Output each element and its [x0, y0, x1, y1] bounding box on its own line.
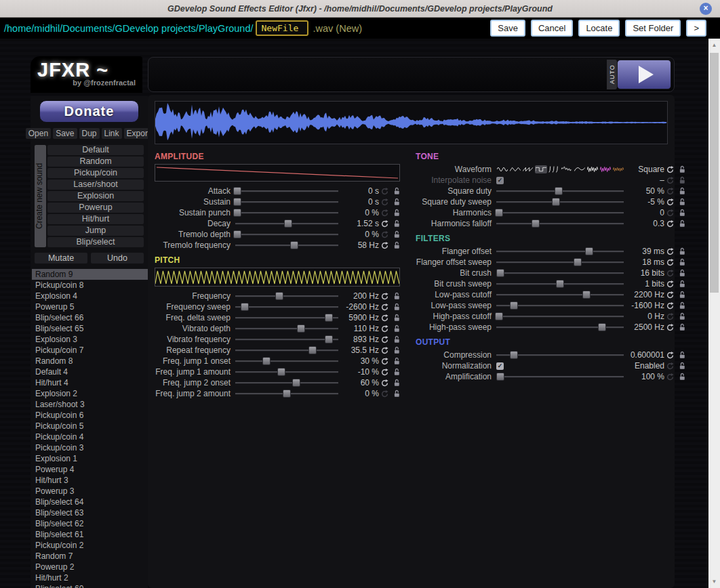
freq-delta-sweep-lock-icon[interactable]: [391, 314, 400, 322]
sustain-punch-reset-icon[interactable]: [379, 209, 391, 217]
preset-button-pickup-coin[interactable]: Pickup/coin: [47, 168, 144, 178]
high-pass-cutoff-lock-icon[interactable]: [676, 312, 685, 320]
low-pass-cutoff-slider-track[interactable]: [496, 290, 624, 299]
flanger-offset-slider-track[interactable]: [496, 247, 624, 256]
interpolate-noise-lock-icon[interactable]: [676, 176, 685, 184]
tangent-wave-icon[interactable]: [548, 165, 560, 173]
repeat-frequency-lock-icon[interactable]: [391, 346, 400, 354]
tremolo-frequency-slider-track[interactable]: [235, 240, 338, 250]
freq-jump-2-onset-slider-handle[interactable]: [292, 379, 300, 387]
compression-slider-handle[interactable]: [510, 351, 518, 359]
repeat-frequency-reset-icon[interactable]: [379, 347, 391, 354]
scrollbar-thumb[interactable]: [710, 53, 719, 293]
sustain-punch-slider-track[interactable]: [235, 208, 338, 217]
low-pass-sweep-slider-track[interactable]: [496, 301, 624, 310]
amplification-reset-icon[interactable]: [664, 373, 676, 381]
undo-button[interactable]: Undo: [91, 253, 144, 264]
freq-jump-2-onset-reset-icon[interactable]: [379, 379, 391, 387]
waveform-lock-icon[interactable]: [676, 165, 685, 173]
bit-crush-slider-track[interactable]: [496, 268, 624, 278]
tremolo-depth-lock-icon[interactable]: [391, 230, 400, 238]
high-pass-sweep-lock-icon[interactable]: [676, 323, 685, 331]
freq-jump-2-onset-lock-icon[interactable]: [391, 379, 400, 387]
tremolo-depth-reset-icon[interactable]: [379, 231, 391, 238]
attack-slider-track[interactable]: [235, 186, 338, 196]
sustain-reset-icon[interactable]: [379, 198, 391, 206]
high-pass-cutoff-slider-handle[interactable]: [495, 312, 503, 320]
sound-list-item[interactable]: Blip/select 62: [32, 518, 148, 529]
save-button[interactable]: Save: [490, 20, 525, 37]
sound-list-item[interactable]: Pickup/coin 7: [32, 345, 148, 356]
tremolo-depth-slider-handle[interactable]: [233, 230, 241, 238]
sound-list-item[interactable]: Hit/hurt 4: [32, 377, 148, 388]
square-duty-sweep-slider-handle[interactable]: [552, 198, 560, 206]
harmonics-reset-icon[interactable]: [664, 209, 676, 217]
sound-list-item[interactable]: Explosion 3: [32, 334, 148, 345]
sound-list-item[interactable]: Blip/select 63: [32, 507, 148, 518]
freq-jump-1-amount-slider-handle[interactable]: [277, 368, 285, 376]
sound-list-item[interactable]: Powerup 4: [32, 464, 148, 475]
sound-list-item[interactable]: Explosion 2: [32, 388, 148, 399]
vibrato-depth-slider-handle[interactable]: [297, 324, 305, 333]
square-duty-reset-icon[interactable]: [664, 188, 676, 195]
normalization-checkbox[interactable]: ✓: [496, 362, 504, 370]
-button[interactable]: >: [686, 20, 706, 37]
frequency-sweep-slider-track[interactable]: [235, 302, 338, 312]
bit-crush-slider-handle[interactable]: [496, 269, 504, 277]
high-pass-cutoff-slider-track[interactable]: [496, 312, 624, 321]
attack-lock-icon[interactable]: [391, 187, 400, 195]
white-noise-wave-icon[interactable]: [586, 165, 599, 173]
preset-button-powerup[interactable]: Powerup: [47, 203, 144, 213]
tremolo-frequency-slider-handle[interactable]: [290, 241, 298, 249]
sound-list-item[interactable]: Powerup 3: [32, 486, 148, 497]
dup-button[interactable]: Dup: [79, 128, 100, 139]
bit-crush-reset-icon[interactable]: [664, 270, 676, 277]
high-pass-sweep-slider-track[interactable]: [496, 322, 624, 332]
window-titlebar[interactable]: GDevelop Sound Effects Editor (Jfxr) - /…: [0, 0, 720, 18]
square-duty-slider-track[interactable]: [496, 186, 624, 196]
freq-jump-2-onset-slider-track[interactable]: [235, 378, 338, 387]
bit-crush-sweep-slider-handle[interactable]: [556, 280, 564, 288]
preset-button-hit-hurt[interactable]: Hit/hurt: [47, 214, 144, 224]
tremolo-depth-slider-track[interactable]: [235, 230, 338, 239]
sound-list-item[interactable]: Pickup/coin 8: [32, 280, 148, 291]
low-pass-cutoff-slider-handle[interactable]: [582, 291, 591, 299]
interpolate-noise-reset-icon[interactable]: [664, 177, 676, 184]
compression-slider-track[interactable]: [496, 350, 624, 360]
bit-crush-sweep-lock-icon[interactable]: [676, 280, 685, 288]
amplification-lock-icon[interactable]: [676, 373, 685, 381]
sound-list-item[interactable]: Blip/select 60: [32, 583, 148, 588]
attack-slider-handle[interactable]: [233, 187, 241, 195]
normalization-reset-icon[interactable]: [664, 362, 676, 370]
sustain-slider-track[interactable]: [235, 197, 338, 207]
pink-noise-wave-icon[interactable]: [599, 165, 612, 173]
sound-list-item[interactable]: Pickup/coin 3: [32, 442, 148, 453]
decay-slider-handle[interactable]: [284, 219, 292, 228]
freq-jump-1-onset-lock-icon[interactable]: [391, 357, 400, 365]
sustain-slider-handle[interactable]: [233, 198, 241, 206]
preset-button-blip-select[interactable]: Blip/select: [47, 237, 144, 247]
preset-button-random[interactable]: Random: [47, 156, 144, 167]
sound-list-item[interactable]: Blip/select 61: [32, 529, 148, 540]
flanger-offset-lock-icon[interactable]: [676, 247, 685, 255]
save-button[interactable]: Save: [53, 128, 77, 139]
decay-lock-icon[interactable]: [391, 219, 400, 228]
freq-delta-sweep-reset-icon[interactable]: [379, 314, 391, 322]
sound-list[interactable]: Random 9Pickup/coin 8Explosion 4Powerup …: [32, 269, 148, 588]
tremolo-frequency-lock-icon[interactable]: [391, 241, 400, 249]
preset-button-jump[interactable]: Jump: [47, 226, 144, 236]
auto-play-toggle[interactable]: AUTO: [607, 60, 617, 89]
sound-list-item[interactable]: Explosion 1: [32, 453, 148, 464]
frequency-slider-handle[interactable]: [275, 292, 283, 300]
link-button[interactable]: Link: [102, 128, 122, 139]
repeat-frequency-slider-track[interactable]: [235, 345, 338, 355]
harmonics-falloff-slider-handle[interactable]: [532, 219, 540, 228]
sound-list-item[interactable]: Hit/hurt 2: [32, 572, 148, 583]
freq-jump-1-onset-reset-icon[interactable]: [379, 358, 391, 365]
high-pass-sweep-slider-handle[interactable]: [598, 323, 606, 331]
sound-list-item[interactable]: Explosion 4: [32, 291, 148, 301]
freq-jump-1-onset-slider-track[interactable]: [235, 356, 338, 366]
sawtooth-wave-icon[interactable]: [522, 165, 534, 173]
sound-waveform-display[interactable]: [155, 101, 668, 144]
play-button[interactable]: [617, 60, 671, 89]
